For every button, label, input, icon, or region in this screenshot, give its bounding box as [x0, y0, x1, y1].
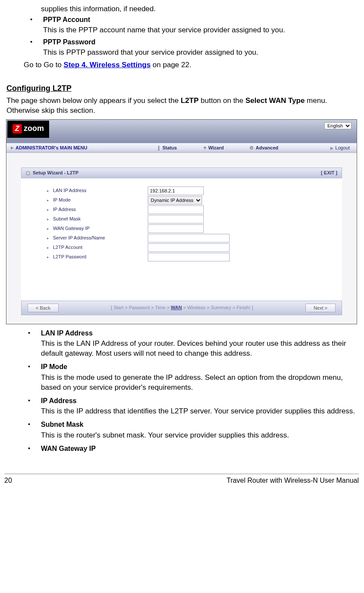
bullet-ip-address: • IP Address This is the IP address that… [28, 396, 359, 417]
language-select[interactable]: English [324, 122, 352, 129]
step4-link[interactable]: Step 4. Wireless Settings [64, 61, 151, 69]
bullet-desc: This is the IP address that identifies t… [41, 407, 359, 416]
subnet-mask-input[interactable] [148, 215, 204, 224]
nav-tab-advanced[interactable]: ⚙Advanced [249, 145, 278, 151]
field-arrow-icon: ▸ [47, 188, 53, 193]
zoom-logo-icon: Z [12, 124, 22, 134]
screenshot-header-bar: Zzoom English [6, 120, 357, 143]
crumb-post: > Wireless > Summary > Finish! ] [182, 305, 253, 310]
ip-mode-select[interactable]: Dynamic IP Address [148, 196, 202, 205]
field-row-l2tp-password: ▸ L2TP Password [47, 252, 342, 262]
page-footer: 20 Travel Router with Wireless-N User Ma… [4, 474, 359, 485]
nav-tab-status[interactable]: ❙Status [157, 145, 177, 151]
bullet-desc: This is PPTP password that your service … [43, 48, 359, 58]
wan-gateway-ip-input[interactable] [148, 224, 204, 233]
wizard-icon: ✦ [203, 145, 207, 150]
logout-triangle-icon: ▶ [330, 146, 333, 150]
bullet-ip-mode: • IP Mode This is the mode used to gener… [28, 362, 359, 392]
router-admin-screenshot: Zzoom English ▶ ADMINISTRATOR's MAIN MEN… [6, 119, 357, 324]
field-label: WAN Gateway IP [53, 225, 148, 232]
field-row-ip-address: ▸ IP Address [47, 205, 342, 214]
advanced-icon: ⚙ [249, 145, 254, 150]
goto-step4-line: Go to Go to Step 4. Wireless Settings on… [24, 60, 359, 70]
page-number: 20 [4, 476, 12, 485]
field-row-wan-gateway: ▸ WAN Gateway IP [47, 224, 342, 233]
bullet-title: Subnet Mask [41, 420, 84, 429]
field-label: Server IP Address/Name [53, 235, 148, 241]
bullet-title: PPTP Password [43, 37, 96, 47]
nav-tab-wizard[interactable]: ✦Wizard [203, 145, 224, 151]
bullet-dot: • [30, 15, 43, 24]
goto-post: on page 22. [151, 61, 192, 69]
bullet-title: LAN IP Address [41, 329, 93, 338]
field-arrow-icon: ▸ [47, 236, 53, 241]
field-row-ip-mode: ▸ IP Mode Dynamic IP Address [47, 196, 342, 205]
status-icon: ❙ [157, 145, 161, 150]
next-button[interactable]: Next > [305, 304, 336, 312]
crumb-current-wan: WAN [171, 305, 182, 310]
field-label: L2TP Password [53, 254, 148, 260]
document-title: Travel Router with Wireless-N User Manua… [227, 476, 359, 485]
wizard-title-text: Setup Wizard - L2TP [33, 170, 78, 175]
section-heading-configuring-l2tp: Configuring L2TP [6, 83, 359, 93]
field-label: IP Mode [53, 197, 148, 203]
field-arrow-icon: ▸ [47, 198, 53, 203]
intro-bold-l2tp: L2TP [180, 96, 199, 105]
bullet-dot: • [28, 420, 41, 428]
bullet-desc: This is the PPTP account name that your … [43, 25, 359, 35]
server-ip-address-input[interactable] [148, 234, 230, 242]
intro-text: button on the [199, 96, 246, 105]
field-label: L2TP Account [53, 244, 148, 251]
screenshot-nav-bar: ▶ ADMINISTRATOR's MAIN MENU ❙Status ✦Wiz… [6, 143, 357, 153]
field-arrow-icon: ▸ [47, 207, 53, 212]
bullet-wan-gateway-ip: • WAN Gateway IP [28, 444, 359, 453]
bullet-dot: • [28, 329, 41, 337]
bullet-title: WAN Gateway IP [41, 444, 96, 453]
l2tp-password-input[interactable] [148, 253, 230, 261]
bullet-desc: This is the mode used to generate the IP… [41, 373, 359, 393]
lan-ip-address-input[interactable] [148, 186, 204, 195]
nav-admin-title: ADMINISTRATOR's MAIN MENU [16, 145, 87, 151]
field-arrow-icon: ▸ [47, 226, 53, 231]
bullet-lan-ip-address: • LAN IP Address This is the LAN IP Addr… [28, 329, 359, 359]
wizard-exit-link[interactable]: [ EXIT ] [321, 170, 337, 176]
field-row-lan-ip: ▸ LAN IP Address [47, 186, 342, 196]
prev-page-trailing-text: supplies this information, if needed. [41, 4, 359, 14]
wizard-breadcrumb: [ Start > Password > Time > WAN > Wirele… [59, 304, 305, 311]
zoom-logo: Zzoom [7, 121, 49, 138]
intro-text: The page shown below only appears if you… [6, 96, 180, 105]
bullet-desc: This is the router's subnet mask. Your s… [41, 431, 359, 441]
back-button[interactable]: < Back [28, 304, 59, 312]
bullet-title: IP Address [41, 396, 77, 406]
field-arrow-icon: ▸ [47, 245, 53, 250]
field-label: LAN IP Address [53, 187, 148, 194]
bullet-desc: This is the LAN IP Address of your route… [41, 339, 359, 359]
field-arrow-icon: ▸ [47, 255, 53, 260]
crumb-pre: [ Start > Password > Time > [111, 305, 171, 310]
bullet-title: PPTP Account [43, 15, 90, 25]
nav-logout-link[interactable]: ▶Logout [330, 145, 350, 151]
goto-pre: Go to Go to [24, 61, 64, 69]
field-arrow-icon: ▸ [47, 217, 53, 222]
wizard-footer: < Back [ Start > Password > Time > WAN >… [21, 301, 342, 315]
ip-address-input[interactable] [148, 205, 204, 214]
wizard-head-icon: ▢ [26, 170, 30, 175]
bullet-pptp-password: • PPTP Password This is PPTP password th… [30, 37, 359, 58]
nav-triangle-icon: ▶ [11, 145, 14, 150]
field-row-server-ip: ▸ Server IP Address/Name [47, 233, 342, 243]
l2tp-account-input[interactable] [148, 243, 230, 252]
field-label: IP Address [53, 206, 148, 213]
bullet-dot: • [28, 396, 41, 405]
bullet-pptp-account: • PPTP Account This is the PPTP account … [30, 15, 359, 35]
bullet-dot: • [30, 37, 43, 46]
bullet-title: IP Mode [41, 362, 67, 372]
zoom-logo-text: zoom [24, 124, 44, 133]
field-row-l2tp-account: ▸ L2TP Account [47, 243, 342, 252]
field-label: Subnet Mask [53, 216, 148, 222]
bullet-subnet-mask: • Subnet Mask This is the router's subne… [28, 420, 359, 441]
section-intro-paragraph: The page shown below only appears if you… [6, 96, 356, 116]
intro-bold-select-wan: Select WAN Type [246, 96, 305, 105]
field-row-subnet-mask: ▸ Subnet Mask [47, 214, 342, 224]
wizard-header: ▢Setup Wizard - L2TP [ EXIT ] [21, 168, 342, 178]
bullet-dot: • [28, 444, 41, 453]
